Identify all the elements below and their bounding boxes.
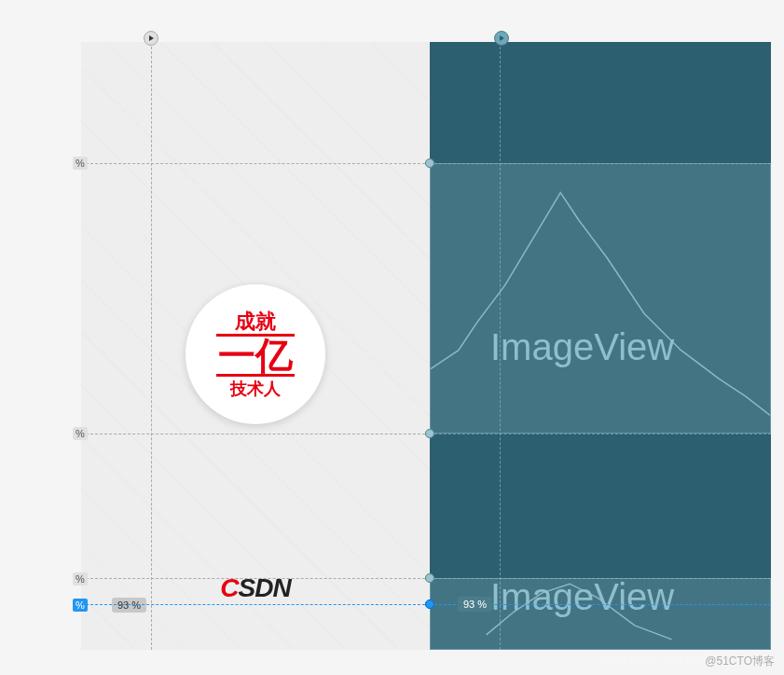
csdn-logo: CSDN	[220, 573, 290, 603]
blueprint-panel[interactable]: ImageView ImageView 93 %	[430, 42, 771, 650]
percent-label-2: %	[73, 427, 88, 440]
badge-text-top: 成就	[235, 311, 276, 332]
bp-anchor-1[interactable]	[425, 158, 434, 168]
percent-label-3: %	[73, 572, 88, 585]
badge-text-middle: 一亿	[216, 334, 295, 377]
guideline-handle-v-design[interactable]	[144, 31, 158, 46]
editor-canvas: 成就 一亿 技术人 CSDN ImageView Image	[81, 42, 771, 650]
guideline-h-1[interactable]	[81, 163, 430, 164]
csdn-badge: 成就 一亿 技术人	[186, 284, 325, 424]
guideline-h-2[interactable]	[81, 434, 430, 434]
guideline-value-design[interactable]: 93 %	[112, 598, 146, 613]
guideline-handle-v-blueprint[interactable]	[494, 31, 509, 46]
guideline-h-selected[interactable]	[81, 604, 430, 605]
watermark: https://blog.csdn.net/@51CTO博客	[602, 654, 775, 669]
logo-c: C	[220, 573, 238, 602]
design-panel[interactable]: 成就 一亿 技术人 CSDN	[81, 42, 430, 650]
bp-anchor-3[interactable]	[425, 573, 434, 583]
bp-anchor-2[interactable]	[425, 429, 434, 438]
logo-rest: SDN	[239, 573, 291, 602]
imageview-2-label: ImageView	[490, 576, 674, 618]
watermark-blog: https://blog.csdn.net/	[602, 654, 706, 668]
guideline-value-blueprint[interactable]: 93 %	[458, 597, 492, 612]
badge-text-bottom: 技术人	[230, 380, 281, 397]
imageview-1-label: ImageView	[490, 326, 674, 368]
watermark-cto: @51CTO博客	[705, 654, 775, 668]
mountain-icon	[431, 164, 770, 434]
guideline-vertical[interactable]	[151, 42, 152, 650]
percent-label-selected[interactable]: %	[73, 599, 88, 612]
percent-label-1: %	[73, 157, 88, 170]
imageview-1[interactable]	[430, 163, 771, 434]
bp-guideline-h-2[interactable]	[430, 434, 771, 434]
